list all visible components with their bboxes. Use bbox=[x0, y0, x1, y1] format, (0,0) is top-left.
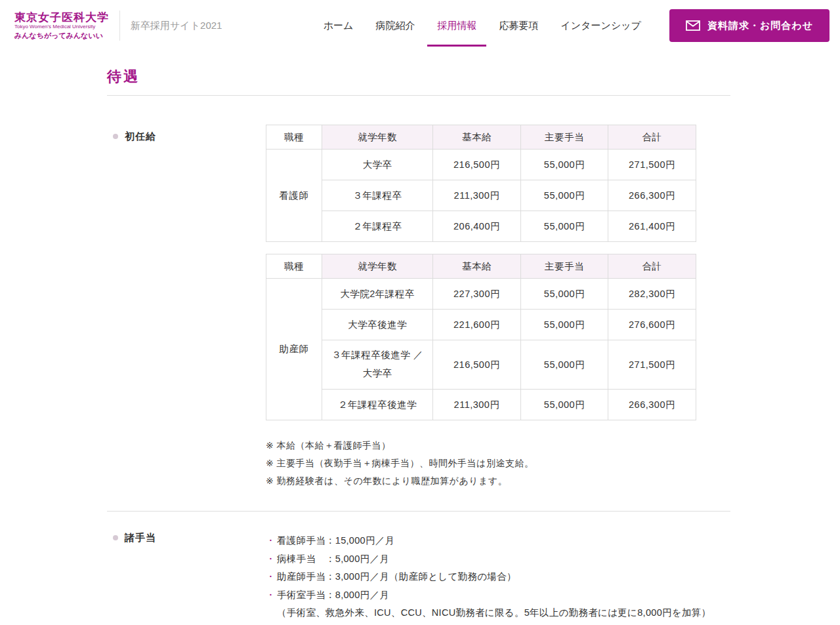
cell-total: 266,300円 bbox=[608, 180, 696, 211]
header-divider bbox=[119, 10, 120, 41]
allowance-item-text: 看護師手当：15,000円／月 bbox=[277, 532, 394, 550]
col-header-education: 就学年数 bbox=[322, 125, 433, 150]
table-row: ３年課程卒後進学 ／ 大学卒 216,500円 55,000円 271,500円 bbox=[266, 340, 696, 390]
list-bullet-icon: ・ bbox=[266, 550, 277, 569]
allowance-item-continuation: （手術室、救急外来、ICU、CCU、NICU勤務者に限る。5年以上の勤務者には更… bbox=[266, 604, 730, 622]
note-line: ※ 本給（本給＋看護師手当） bbox=[266, 437, 730, 454]
logo-title: 東京女子医科大学 bbox=[14, 11, 109, 24]
allowance-item-text: 病棟手当 ：5,000円／月 bbox=[277, 550, 389, 569]
nav-item-recruit-info[interactable]: 採用情報 bbox=[427, 5, 486, 47]
logo-tagline: みんなちがってみんないい bbox=[14, 31, 109, 39]
allowance-item-text: 助産師手当：3,000円／月（助産師として勤務の場合） bbox=[277, 568, 516, 586]
cell-education: ３年課程卒 bbox=[322, 180, 433, 211]
cell-main-allowance: 55,000円 bbox=[521, 279, 608, 310]
note-line: ※ 主要手当（夜勤手当＋病棟手当）、時間外手当は別途支給。 bbox=[266, 454, 730, 472]
cell-main-allowance: 55,000円 bbox=[521, 180, 608, 211]
col-header-main-allowance: 主要手当 bbox=[521, 254, 608, 279]
cell-education: 大学院2年課程卒 bbox=[322, 279, 433, 310]
cell-base-salary: 227,300円 bbox=[433, 279, 521, 310]
nav-item-hospital-intro[interactable]: 病院紹介 bbox=[366, 5, 425, 47]
cell-main-allowance: 55,000円 bbox=[521, 340, 608, 390]
table-row: 大学卒後進学 221,600円 55,000円 276,600円 bbox=[266, 310, 696, 340]
cell-total: 271,500円 bbox=[608, 150, 696, 180]
salary-notes: ※ 本給（本給＋看護師手当） ※ 主要手当（夜勤手当＋病棟手当）、時間外手当は別… bbox=[266, 437, 730, 490]
cell-total: 271,500円 bbox=[608, 340, 696, 390]
col-header-base-salary: 基本給 bbox=[433, 254, 521, 279]
cell-base-salary: 211,300円 bbox=[433, 180, 521, 211]
cell-main-allowance: 55,000円 bbox=[521, 211, 608, 242]
site-name: 新卒採用サイト2021 bbox=[131, 20, 222, 32]
cell-base-salary: 216,500円 bbox=[433, 340, 521, 390]
table-header-row: 職種 就学年数 基本給 主要手当 合計 bbox=[266, 125, 696, 150]
table-row: 助産師 大学院2年課程卒 227,300円 55,000円 282,300円 bbox=[266, 279, 696, 310]
cell-base-salary: 221,600円 bbox=[433, 310, 521, 340]
logo-subtitle: Tokyo Women's Medical University bbox=[14, 24, 109, 30]
cell-education: ３年課程卒後進学 ／ 大学卒 bbox=[322, 340, 433, 390]
contact-button[interactable]: 資料請求・お問合わせ bbox=[669, 9, 830, 42]
job-cell-midwife: 助産師 bbox=[266, 279, 322, 420]
starting-salary-content: 職種 就学年数 基本給 主要手当 合計 看護師 大学卒 216,500円 55,… bbox=[266, 125, 730, 490]
cell-main-allowance: 55,000円 bbox=[521, 390, 608, 420]
note-line: ※ 勤務経験者は、その年数により職歴加算があります。 bbox=[266, 472, 730, 490]
cell-base-salary: 216,500円 bbox=[433, 150, 521, 180]
nav-item-internship[interactable]: インターンシップ bbox=[551, 5, 650, 47]
col-header-base-salary: 基本給 bbox=[433, 125, 521, 150]
list-bullet-icon: ・ bbox=[266, 586, 277, 605]
list-bullet-icon: ・ bbox=[266, 568, 277, 586]
section-label-allowances: 諸手当 bbox=[107, 526, 266, 625]
allowance-item: ・ 夜勤手当 ：8,300円／回 bbox=[266, 622, 730, 625]
table-row: ２年課程卒 206,400円 55,000円 261,400円 bbox=[266, 211, 696, 242]
cell-base-salary: 206,400円 bbox=[433, 211, 521, 242]
col-header-total: 合計 bbox=[608, 125, 696, 150]
allowance-item: ・ 助産師手当：3,000円／月（助産師として勤務の場合） bbox=[266, 568, 730, 586]
allowance-item-text: 手術室手当：8,000円／月 bbox=[277, 586, 389, 605]
title-divider bbox=[107, 95, 730, 96]
table-row: 看護師 大学卒 216,500円 55,000円 271,500円 bbox=[266, 150, 696, 180]
cell-education-line1: ３年課程卒後進学 ／ bbox=[326, 346, 429, 365]
section-starting-salary: 初任給 職種 就学年数 基本給 主要手当 合計 看護師 大学卒 bbox=[107, 125, 730, 490]
table-header-row: 職種 就学年数 基本給 主要手当 合計 bbox=[266, 254, 696, 279]
cell-education: ２年課程卒後進学 bbox=[322, 390, 433, 420]
main-content: 待遇 初任給 職種 就学年数 基本給 主要手当 合計 bbox=[0, 67, 840, 625]
cell-education: 大学卒後進学 bbox=[322, 310, 433, 340]
allowance-item-text: 夜勤手当 ：8,300円／回 bbox=[277, 622, 389, 625]
table-row: ２年課程卒後進学 211,300円 55,000円 266,300円 bbox=[266, 390, 696, 420]
allowance-item: ・ 看護師手当：15,000円／月 bbox=[266, 532, 730, 550]
list-bullet-icon: ・ bbox=[266, 532, 277, 550]
col-header-education: 就学年数 bbox=[322, 254, 433, 279]
cell-total: 282,300円 bbox=[608, 279, 696, 310]
section-label-text: 初任給 bbox=[125, 131, 156, 143]
col-header-job-type: 職種 bbox=[266, 125, 322, 150]
contact-button-label: 資料請求・お問合わせ bbox=[707, 20, 813, 32]
section-allowances: 諸手当 ・ 看護師手当：15,000円／月 ・ 病棟手当 ：5,000円／月 ・… bbox=[107, 526, 730, 625]
cell-education: ２年課程卒 bbox=[322, 211, 433, 242]
header: 東京女子医科大学 Tokyo Women's Medical Universit… bbox=[0, 0, 840, 51]
salary-table-midwife: 職種 就学年数 基本給 主要手当 合計 助産師 大学院2年課程卒 227,300… bbox=[266, 254, 696, 420]
table-row: ３年課程卒 211,300円 55,000円 266,300円 bbox=[266, 180, 696, 211]
col-header-job-type: 職種 bbox=[266, 254, 322, 279]
col-header-total: 合計 bbox=[608, 254, 696, 279]
cell-total: 266,300円 bbox=[608, 390, 696, 420]
cell-education-line2: 大学卒 bbox=[326, 365, 429, 383]
bullet-dot-icon bbox=[113, 535, 118, 540]
salary-table-nurse: 職種 就学年数 基本給 主要手当 合計 看護師 大学卒 216,500円 55,… bbox=[266, 125, 696, 242]
section-label-text: 諸手当 bbox=[125, 532, 156, 544]
section-divider bbox=[107, 511, 730, 512]
bullet-dot-icon bbox=[113, 134, 118, 139]
job-cell-nurse: 看護師 bbox=[266, 150, 322, 242]
nav-item-home[interactable]: ホーム bbox=[314, 5, 364, 47]
cell-main-allowance: 55,000円 bbox=[521, 150, 608, 180]
page-title: 待遇 bbox=[107, 67, 730, 87]
cell-total: 276,600円 bbox=[608, 310, 696, 340]
cell-base-salary: 211,300円 bbox=[433, 390, 521, 420]
logo[interactable]: 東京女子医科大学 Tokyo Women's Medical Universit… bbox=[14, 11, 109, 39]
list-bullet-icon: ・ bbox=[266, 622, 277, 625]
nav-item-application-guidelines[interactable]: 応募要項 bbox=[489, 5, 548, 47]
allowance-list: ・ 看護師手当：15,000円／月 ・ 病棟手当 ：5,000円／月 ・ 助産師… bbox=[266, 526, 730, 625]
cell-total: 261,400円 bbox=[608, 211, 696, 242]
mail-icon bbox=[686, 20, 700, 31]
allowance-item: ・ 手術室手当：8,000円／月 bbox=[266, 586, 730, 605]
cell-education: 大学卒 bbox=[322, 150, 433, 180]
cell-main-allowance: 55,000円 bbox=[521, 310, 608, 340]
allowance-item-text: （手術室、救急外来、ICU、CCU、NICU勤務者に限る。5年以上の勤務者には更… bbox=[277, 604, 711, 622]
